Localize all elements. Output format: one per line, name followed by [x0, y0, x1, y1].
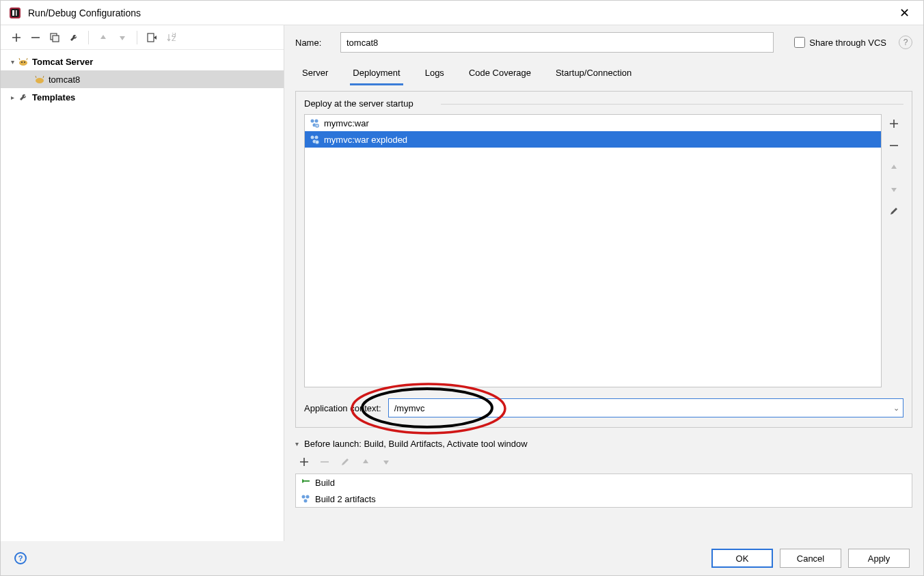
svg-point-14: [315, 120, 318, 123]
run-debug-dialog: Run/Debug Configurations ✕ az ▾: [0, 0, 924, 576]
application-context-combo[interactable]: ⌄: [388, 398, 903, 417]
deploy-area: mymvc:war mymvc:war exploded: [304, 114, 903, 387]
tab-startup-connection[interactable]: Startup/Connection: [553, 62, 634, 85]
share-checkbox[interactable]: [794, 37, 805, 48]
sort-button: az: [162, 29, 180, 46]
down-artifact-button: [884, 180, 903, 199]
sidebar: az ▾ Tomcat Server tomcat8 ▸ Templates: [1, 25, 284, 541]
tree-label: Templates: [32, 92, 75, 102]
content: az ▾ Tomcat Server tomcat8 ▸ Templates: [1, 25, 923, 541]
tabs: Server Deployment Logs Code Coverage Sta…: [295, 62, 912, 85]
ok-button[interactable]: OK: [711, 549, 773, 568]
svg-point-12: [36, 78, 44, 83]
before-launch-label: Before launch: Build, Build Artifacts, A…: [304, 439, 528, 449]
svg-point-25: [306, 495, 310, 499]
svg-rect-2: [12, 10, 14, 16]
tab-server[interactable]: Server: [299, 62, 331, 85]
tab-code-coverage[interactable]: Code Coverage: [466, 62, 534, 85]
before-launch-list[interactable]: Build Build 2 artifacts: [295, 474, 912, 508]
tree-label: Tomcat Server: [32, 57, 93, 67]
name-label: Name:: [295, 38, 332, 48]
edit-artifact-button[interactable]: [884, 202, 903, 221]
help-icon[interactable]: ?: [899, 36, 912, 49]
up-artifact-button: [884, 158, 903, 177]
svg-point-24: [302, 495, 305, 499]
artifact-icon: [300, 493, 311, 504]
remove-artifact-button[interactable]: [884, 136, 903, 155]
artifact-label: mymvc:war exploded: [324, 135, 407, 145]
before-launch-header[interactable]: ▾ Before launch: Build, Build Artifacts,…: [295, 439, 912, 449]
svg-rect-3: [16, 10, 17, 16]
context-label: Application context:: [304, 403, 381, 413]
artifact-icon: [309, 118, 320, 128]
dialog-title: Run/Debug Configurations: [28, 8, 141, 18]
deploy-section-label: Deploy at the server startup: [304, 98, 903, 109]
tree-node-tomcat-server[interactable]: ▾ Tomcat Server: [1, 53, 284, 70]
artifact-side-buttons: [884, 114, 903, 387]
artifact-item[interactable]: mymvc:war: [305, 115, 881, 131]
svg-rect-23: [305, 480, 310, 482]
apply-button[interactable]: Apply: [848, 549, 910, 568]
svg-point-26: [304, 499, 308, 503]
artifact-item[interactable]: mymvc:war exploded: [305, 131, 881, 148]
tree-label: tomcat8: [49, 74, 80, 85]
chevron-down-icon: ▾: [295, 440, 299, 448]
cancel-button[interactable]: Cancel: [780, 549, 841, 568]
name-row: Name: Share through VCS ?: [295, 32, 912, 53]
application-context-row: Application context: ⌄: [304, 398, 903, 417]
save-button[interactable]: [143, 29, 161, 46]
tab-logs[interactable]: Logs: [422, 62, 447, 85]
close-icon[interactable]: ✕: [894, 3, 915, 23]
before-launch-section: ▾ Before launch: Build, Build Artifacts,…: [295, 439, 912, 508]
chevron-right-icon: ▸: [8, 94, 17, 101]
footer: ? OK Cancel Apply: [1, 541, 923, 575]
tree-node-tomcat8[interactable]: tomcat8: [1, 70, 284, 88]
svg-text:z: z: [172, 33, 176, 42]
artifact-label: mymvc:war: [324, 118, 369, 128]
up-task-button: [357, 453, 375, 471]
tomcat-icon: [33, 74, 46, 84]
application-context-input[interactable]: [388, 398, 903, 417]
config-tree: ▾ Tomcat Server tomcat8 ▸ Templates: [1, 50, 284, 541]
wrench-icon: [17, 92, 29, 102]
before-launch-item-label: Build: [315, 478, 335, 488]
hammer-icon: [300, 477, 311, 488]
svg-rect-6: [148, 33, 154, 42]
remove-task-button: [316, 453, 334, 471]
tree-node-templates[interactable]: ▸ Templates: [1, 88, 284, 106]
before-launch-item-label: Build 2 artifacts: [315, 494, 376, 504]
add-task-button[interactable]: [295, 453, 313, 471]
tab-deployment[interactable]: Deployment: [350, 62, 403, 85]
sidebar-toolbar: az: [1, 25, 284, 50]
svg-rect-5: [53, 36, 59, 42]
down-button: [113, 29, 131, 46]
svg-rect-1: [11, 9, 19, 17]
svg-point-13: [311, 120, 314, 123]
share-through-vcs[interactable]: Share through VCS: [794, 37, 886, 48]
chevron-down-icon: ▾: [8, 58, 17, 66]
add-artifact-button[interactable]: [884, 114, 903, 133]
copy-button[interactable]: [46, 29, 64, 46]
svg-point-9: [19, 60, 27, 66]
svg-point-10: [21, 61, 23, 63]
name-input[interactable]: [340, 32, 774, 53]
svg-point-17: [311, 136, 314, 139]
artifact-icon: [309, 134, 320, 145]
edit-task-button: [336, 453, 354, 471]
share-label: Share through VCS: [809, 38, 886, 48]
main-panel: Name: Share through VCS ? Server Deploym…: [284, 25, 923, 541]
remove-button[interactable]: [27, 29, 44, 46]
before-launch-item[interactable]: Build 2 artifacts: [296, 491, 912, 507]
help-button[interactable]: ?: [14, 552, 27, 564]
before-launch-toolbar: [295, 453, 912, 471]
titlebar: Run/Debug Configurations ✕: [1, 1, 923, 25]
wrench-button[interactable]: [65, 29, 83, 46]
add-button[interactable]: [8, 29, 25, 46]
app-icon: [9, 7, 21, 19]
tomcat-icon: [17, 57, 29, 66]
before-launch-item[interactable]: Build: [296, 474, 912, 491]
deployment-panel: Deploy at the server startup mymvc:war m…: [295, 91, 912, 428]
up-button: [94, 29, 112, 46]
artifact-list[interactable]: mymvc:war mymvc:war exploded: [304, 114, 882, 387]
svg-point-18: [315, 136, 318, 139]
